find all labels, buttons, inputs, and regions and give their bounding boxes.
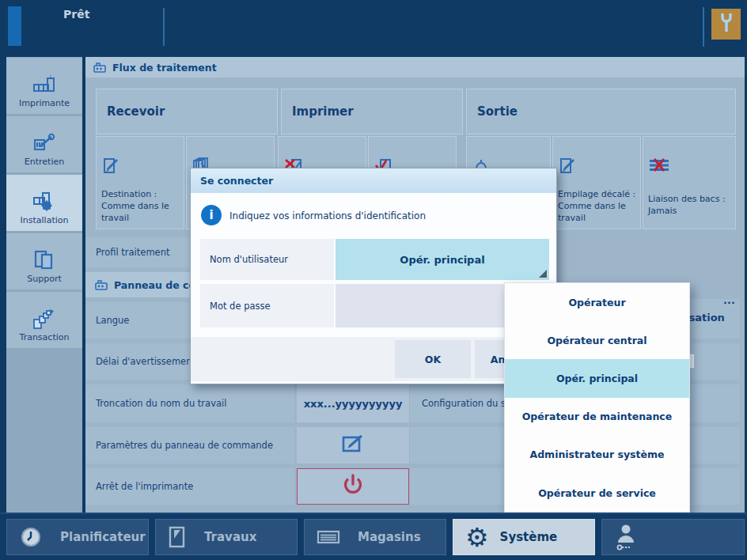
tab-planificateur[interactable]: Planificateur <box>6 519 149 555</box>
workflow-icon <box>93 62 106 74</box>
tab-label: Système <box>500 530 558 544</box>
tab-label: Travaux <box>204 530 256 544</box>
section-title: Imprimer <box>292 104 354 119</box>
section-recevoir: Recevoir <box>96 89 278 134</box>
topbar-divider <box>163 8 165 46</box>
info-icon: i <box>201 205 222 225</box>
username-label-cell: Nom d'utilisateur <box>200 239 334 280</box>
sidebar-item-label: Transaction <box>20 332 70 342</box>
tab-user-login[interactable] <box>601 519 745 555</box>
row-label: Profil traitement <box>96 247 169 258</box>
row-label: Arrêt de l'imprimante <box>96 481 193 492</box>
tile-empilage[interactable]: Empilage décalé : Comme dans le travail <box>552 136 641 229</box>
row-label: Troncation du nom du travail <box>96 398 226 409</box>
row-parametres-panneau[interactable]: Paramètres du panneau de commande <box>85 427 294 464</box>
tile-label: Empilage décalé : Comme dans le travail <box>558 189 637 225</box>
sidebar-item-support[interactable]: Support <box>6 233 82 289</box>
partial-label-fragment: isation <box>685 312 725 324</box>
tab-label: Magasins <box>358 530 421 544</box>
username-dropdown-field[interactable]: Opér. principal <box>336 239 549 280</box>
printer-status-text: Prêt <box>63 8 89 21</box>
wrench-icon <box>718 12 735 36</box>
jobs-icon <box>168 526 187 548</box>
trays-icon <box>317 528 340 546</box>
edit-document-icon <box>559 157 576 178</box>
dialog-message: Indiquez vos informations d'identificati… <box>229 210 426 221</box>
transaction-icon <box>32 308 56 329</box>
dropdown-corner-icon <box>539 270 547 278</box>
power-icon <box>340 472 366 501</box>
tile-destination[interactable]: Destination : Comme dans le travail <box>96 136 184 229</box>
row-arret-imprimante[interactable]: Arrêt de l'imprimante <box>85 468 294 505</box>
tile-liaison-bacs[interactable]: Liaison des bacs : Jamais <box>643 136 736 229</box>
sidebar-item-imprimante[interactable]: Imprimante <box>6 58 82 114</box>
dropdown-item-operateur-central[interactable]: Opérateur central <box>505 321 689 359</box>
row-label: Paramètres du panneau de commande <box>96 440 273 451</box>
edit-icon <box>342 434 364 456</box>
maintenance-icon <box>32 133 56 153</box>
ok-button[interactable]: OK <box>395 340 471 378</box>
maintenance-alert-button[interactable] <box>711 9 741 40</box>
edit-document-icon <box>102 157 119 178</box>
clock-icon <box>19 525 43 549</box>
tray-link-disabled-icon <box>649 157 669 176</box>
password-label-cell: Mot de passe <box>200 284 334 327</box>
troncation-value-button[interactable]: xxx...yyyyyyyyyy <box>297 384 409 422</box>
tile-label: Destination : Comme dans le travail <box>101 189 180 225</box>
installation-icon <box>32 191 56 212</box>
login-dialog: Se connecter i Indiquez vos informations… <box>190 168 557 384</box>
printer-icon <box>32 74 56 95</box>
username-label: Nom d'utilisateur <box>210 254 288 265</box>
user-dropdown-list: Opérateur Opérateur central Opér. princi… <box>504 282 690 513</box>
row-label: Délai d'avertissement <box>96 356 195 367</box>
row-troncation[interactable]: Troncation du nom du travail <box>85 384 294 422</box>
password-label: Mot de passe <box>210 301 271 312</box>
dropdown-item-administrateur-systeme[interactable]: Administrateur système <box>505 436 689 474</box>
section-imprimer: Imprimer <box>281 89 463 134</box>
support-icon <box>33 250 55 271</box>
gear-icon: ⚙ <box>465 524 489 551</box>
sidebar-item-transaction[interactable]: Transaction <box>6 292 82 348</box>
sidebar-item-installation[interactable]: Installation <box>6 175 82 231</box>
workflow-section-header: Flux de traitement <box>85 57 745 78</box>
ellipsis-fragment: ... <box>723 294 735 306</box>
sidebar-item-label: Support <box>27 274 61 284</box>
tab-travaux[interactable]: Travaux <box>155 519 298 555</box>
sidebar-item-entretien[interactable]: Entretien <box>6 116 82 172</box>
topbar-divider-right <box>703 7 704 47</box>
section-title: Sortie <box>477 104 518 119</box>
dropdown-item-operateur-service[interactable]: Opérateur de service <box>505 474 689 512</box>
dropdown-item-operateur-maintenance[interactable]: Opérateur de maintenance <box>505 398 689 436</box>
printer-control-ui: Prêt Imprimante Entretien Installation S… <box>0 0 747 560</box>
sidebar-item-label: Entretien <box>25 157 64 167</box>
username-value: Opér. principal <box>400 254 484 266</box>
parametres-edit-button[interactable] <box>297 427 409 464</box>
tile-label: Liaison des bacs : Jamais <box>648 194 732 218</box>
row-label: Langue <box>96 315 129 326</box>
troncation-value: xxx...yyyyyyyyyy <box>304 398 403 410</box>
control-panel-icon <box>95 279 108 291</box>
section-title: Recevoir <box>107 104 165 119</box>
dialog-titlebar: Se connecter <box>191 168 556 193</box>
sidebar-item-label: Imprimante <box>19 98 70 108</box>
tab-label: Planificateur <box>60 530 146 544</box>
sidebar-item-label: Installation <box>21 215 69 225</box>
tab-magasins[interactable]: Magasins <box>304 519 446 555</box>
user-key-icon <box>614 523 641 551</box>
dropdown-item-oper-principal[interactable]: Opér. principal <box>505 359 689 397</box>
tab-systeme[interactable]: ⚙ Système <box>453 519 595 555</box>
section-sortie: Sortie <box>466 89 736 134</box>
status-accent-bar <box>8 6 21 46</box>
dialog-title: Se connecter <box>200 175 273 187</box>
shutdown-button[interactable] <box>297 468 409 505</box>
workflow-header-title: Flux de traitement <box>112 62 217 74</box>
dropdown-item-operateur[interactable]: Opérateur <box>505 283 689 321</box>
